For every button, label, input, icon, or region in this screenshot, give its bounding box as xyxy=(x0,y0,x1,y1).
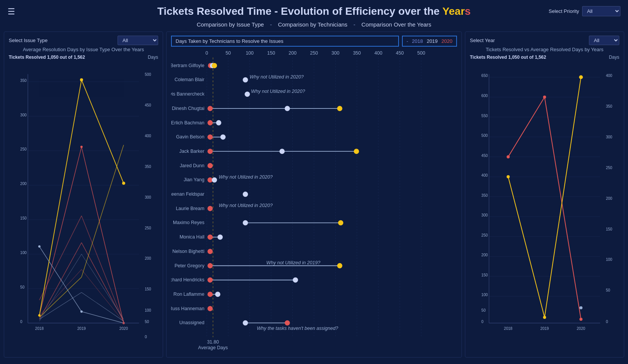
svg-text:Why not Utilized in 2020?: Why not Utilized in 2020? xyxy=(250,74,303,80)
svg-text:50: 50 xyxy=(145,320,149,324)
svg-line-39 xyxy=(82,80,124,184)
svg-text:100: 100 xyxy=(20,251,27,255)
page-title: Tickets Resolved Time - Evolution of Eff… xyxy=(157,5,471,17)
svg-text:250: 250 xyxy=(606,166,612,170)
hamburger-icon[interactable]: ☰ xyxy=(8,7,15,17)
svg-text:Peter Gregory: Peter Gregory xyxy=(174,263,205,268)
svg-text:2018: 2018 xyxy=(504,326,513,331)
svg-text:450: 450 xyxy=(396,50,404,56)
svg-point-152 xyxy=(285,320,290,325)
svg-text:650: 650 xyxy=(481,74,488,78)
svg-text:200: 200 xyxy=(20,182,27,186)
svg-point-111 xyxy=(354,149,359,154)
svg-text:550: 550 xyxy=(481,114,488,118)
priority-label: Select Priority xyxy=(549,8,579,14)
svg-text:Nelson Bighetti: Nelson Bighetti xyxy=(173,249,204,254)
legend-2018: 2018 xyxy=(412,38,423,44)
svg-text:150: 150 xyxy=(606,227,612,231)
header: ☰ Tickets Resolved Time - Evolution of E… xyxy=(0,0,628,20)
nav-item-years[interactable]: Comparison Over the Years xyxy=(361,21,431,28)
svg-point-126 xyxy=(243,220,248,225)
svg-point-142 xyxy=(293,278,298,282)
svg-text:450: 450 xyxy=(481,154,488,158)
svg-text:2020: 2020 xyxy=(119,326,128,331)
svg-text:150: 150 xyxy=(481,273,488,277)
svg-line-47 xyxy=(82,254,124,319)
svg-text:450: 450 xyxy=(145,103,151,107)
svg-point-130 xyxy=(208,235,213,240)
svg-text:300: 300 xyxy=(145,195,151,199)
svg-point-49 xyxy=(80,146,83,148)
svg-text:350: 350 xyxy=(481,193,488,198)
legend-2020: 2020 xyxy=(441,38,452,44)
priority-select[interactable]: All Low Medium High Critical xyxy=(582,6,620,16)
issue-type-select[interactable]: All Hardware Software Network Other xyxy=(118,36,158,45)
svg-text:0: 0 xyxy=(606,320,608,324)
left-chart-svg: 350 300 250 200 150 100 50 0 500 450 400… xyxy=(9,63,158,353)
priority-filter: Select Priority All Low Medium High Crit… xyxy=(549,6,620,16)
svg-text:50: 50 xyxy=(481,308,486,312)
nav-sep-2: - xyxy=(353,21,355,28)
svg-text:2018: 2018 xyxy=(35,326,44,331)
legend-dash: - xyxy=(407,38,408,44)
svg-text:300: 300 xyxy=(481,213,488,217)
svg-point-202 xyxy=(507,175,510,178)
svg-text:0: 0 xyxy=(481,320,484,324)
legend-box: - 2018 2019 2020 xyxy=(402,36,457,47)
year-select[interactable]: All 2018 2019 2020 xyxy=(589,36,619,45)
days-label-box: Days Taken by Technicians to Resolve the… xyxy=(171,36,399,47)
svg-point-90 xyxy=(245,92,250,97)
nav-item-issue-type[interactable]: Comparison by Issue Type xyxy=(197,21,264,28)
svg-point-127 xyxy=(338,220,343,225)
svg-text:500: 500 xyxy=(145,72,151,77)
svg-text:Maximo Reyes: Maximo Reyes xyxy=(173,220,204,225)
svg-point-55 xyxy=(80,311,83,313)
svg-line-41 xyxy=(82,145,124,277)
right-panel-subtitle: Tickets Resolved vs Average Resolved Day… xyxy=(470,47,619,52)
svg-text:600: 600 xyxy=(481,94,488,98)
svg-point-109 xyxy=(208,149,213,154)
svg-text:Why the tasks haven't been ass: Why the tasks haven't been assigned? xyxy=(257,326,338,331)
svg-line-44 xyxy=(39,292,82,319)
svg-line-36 xyxy=(39,270,82,315)
svg-point-85 xyxy=(212,63,217,68)
legend-2019: 2019 xyxy=(427,38,438,44)
svg-point-51 xyxy=(38,314,41,317)
legend-2018-label: 2018 xyxy=(412,38,423,44)
dot-chart-container: 0 50 100 150 200 250 300 350 400 450 500 xyxy=(171,49,457,353)
svg-text:400: 400 xyxy=(481,173,488,177)
middle-panel: Days Taken by Technicians to Resolve the… xyxy=(166,31,462,358)
svg-text:Keenan Feldspar: Keenan Feldspar xyxy=(171,191,204,197)
svg-text:0: 0 xyxy=(20,320,22,324)
right-days-label: Days xyxy=(609,55,619,60)
title-sep: - Evolution of Efficiency over the xyxy=(275,5,443,17)
svg-text:200: 200 xyxy=(145,256,151,260)
svg-point-95 xyxy=(208,106,213,111)
svg-point-54 xyxy=(38,245,41,248)
svg-text:350: 350 xyxy=(145,165,151,169)
svg-text:100: 100 xyxy=(145,308,151,312)
left-panel-subtitle: Average Resolution Days by Issue Type Ov… xyxy=(9,47,158,52)
svg-point-151 xyxy=(243,320,248,325)
svg-point-120 xyxy=(243,192,248,197)
svg-line-43 xyxy=(82,312,124,323)
svg-point-52 xyxy=(80,78,83,82)
svg-point-87 xyxy=(243,77,248,82)
svg-point-96 xyxy=(285,106,290,111)
right-chart-area: 650 600 550 500 450 400 350 300 250 200 … xyxy=(470,63,619,353)
nav-sep-1: - xyxy=(270,21,272,28)
svg-line-35 xyxy=(82,216,124,322)
svg-text:200: 200 xyxy=(606,196,612,201)
svg-text:Dinesh Chugtai: Dinesh Chugtai xyxy=(172,106,204,111)
days-taken-label: Days Taken by Technicians to Resolve the… xyxy=(176,38,283,44)
svg-point-97 xyxy=(338,106,342,111)
svg-text:250: 250 xyxy=(481,233,488,237)
right-chart-title-row: Tickets Resolved 1,050 out of 1,562 Days xyxy=(470,55,619,60)
svg-text:50: 50 xyxy=(606,288,611,292)
svg-text:150: 150 xyxy=(20,216,27,220)
right-panel-header: Select Year All 2018 2019 2020 xyxy=(470,36,619,45)
svg-line-30 xyxy=(39,147,82,315)
svg-text:Erlich Bachman: Erlich Bachman xyxy=(171,120,204,126)
nav-item-technicians[interactable]: Comparison by Technicians xyxy=(278,21,347,28)
svg-text:Monica Hall: Monica Hall xyxy=(179,234,204,240)
